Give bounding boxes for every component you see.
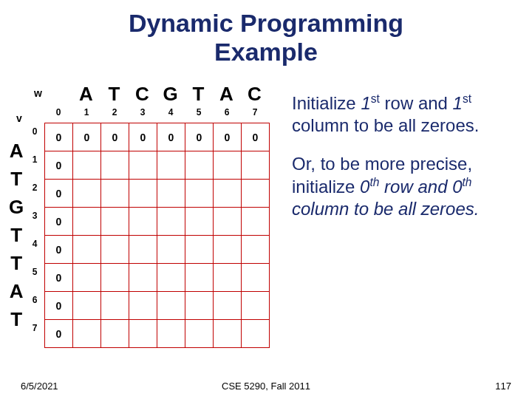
grid-cell: 0 (242, 123, 270, 151)
row-index: 1 (30, 152, 40, 180)
title-line-1: Dynamic Programming (129, 9, 403, 37)
col-index: 2 (100, 107, 129, 117)
grid-cell (185, 208, 214, 236)
grid-cell (214, 208, 242, 236)
grid-cell (73, 320, 101, 348)
w-letter: T (100, 83, 129, 106)
v-letter: G (9, 193, 24, 221)
text-run: row and (380, 93, 453, 113)
text-run: 0 (360, 177, 369, 197)
grid-cell (185, 292, 214, 320)
grid-cell: 0 (129, 123, 157, 151)
grid-cell (129, 208, 157, 236)
dp-grid-figure: w v A T C G T A C 0 1 2 3 4 5 6 7 A T G … (7, 81, 281, 355)
grid-cell (101, 292, 129, 320)
row-index: 4 (30, 236, 40, 265)
grid-cell (101, 180, 129, 208)
grid-cell (73, 292, 101, 320)
v-letter: T (9, 305, 24, 333)
grid-cell (101, 236, 129, 264)
grid-cell (214, 236, 242, 264)
grid-cell: 0 (214, 123, 242, 151)
grid-cell (157, 292, 185, 320)
table-row: 0 (45, 180, 270, 208)
grid-cell (157, 180, 185, 208)
grid-cell (157, 151, 185, 180)
col-index: 1 (72, 107, 100, 117)
footer-course: CSE 5290, Fall 2011 (0, 381, 532, 392)
grid-cell (214, 180, 242, 208)
w-letter: A (213, 83, 241, 106)
paragraph-2: Or, to be more precise, initialize 0th r… (292, 153, 521, 220)
grid-cell (101, 208, 129, 236)
row-indices: 0 1 2 3 4 5 6 7 (30, 124, 40, 349)
dp-grid: 000000000000000 (44, 123, 270, 348)
row-index: 3 (30, 208, 40, 236)
grid-cell (185, 180, 214, 208)
grid-cell (242, 264, 270, 292)
superscript: th (369, 176, 379, 188)
grid-cell (129, 180, 157, 208)
grid-cell (242, 292, 270, 320)
grid-cell: 0 (185, 123, 214, 151)
grid-cell (129, 151, 157, 180)
column-indices: 0 1 2 3 4 5 6 7 (44, 107, 269, 117)
w-axis-label: w (34, 87, 42, 99)
table-row: 0 (45, 208, 270, 236)
grid-cell (242, 320, 270, 348)
superscript: st (371, 92, 380, 105)
grid-cell (73, 208, 101, 236)
col-index: 0 (44, 107, 72, 117)
superscript: st (463, 92, 471, 105)
grid-cell: 0 (45, 208, 73, 236)
grid-cell: 0 (45, 292, 73, 320)
grid-cell (242, 208, 270, 236)
text-run: row and (379, 177, 452, 197)
footer-page-number: 117 (495, 381, 511, 392)
grid-cell (73, 151, 101, 180)
table-row: 0 (45, 292, 270, 320)
col-index: 6 (213, 107, 241, 117)
grid-cell (242, 236, 270, 264)
grid-cell (73, 180, 101, 208)
table-row: 0 (45, 151, 270, 180)
grid-cell (157, 208, 185, 236)
slide-content: w v A T C G T A C 0 1 2 3 4 5 6 7 A T G … (0, 81, 532, 362)
grid-cell (157, 236, 185, 264)
grid-cell (185, 236, 214, 264)
grid-cell (101, 320, 129, 348)
text-run: 1 (361, 93, 370, 113)
text-run: Initialize (292, 93, 361, 113)
row-index: 7 (30, 321, 40, 349)
grid-cell (242, 151, 270, 180)
table-row: 0 (45, 264, 270, 292)
v-letter: T (9, 221, 24, 249)
row-index: 5 (30, 265, 40, 293)
explanation-text: Initialize 1st row and 1st column to be … (292, 92, 521, 236)
grid-cell (214, 264, 242, 292)
grid-cell: 0 (73, 123, 101, 151)
text-run: 0 (452, 177, 462, 197)
v-letter: A (9, 277, 24, 305)
w-letter: C (241, 83, 269, 106)
slide-title: Dynamic Programming Example (0, 9, 532, 66)
table-row: 00000000 (45, 123, 270, 151)
grid-cell: 0 (45, 180, 73, 208)
v-sequence: A T G T T A T (9, 137, 24, 333)
grid-cell (101, 264, 129, 292)
paragraph-1: Initialize 1st row and 1st column to be … (292, 92, 521, 137)
text-run: column to be all zeroes. (292, 199, 479, 219)
v-letter: A (9, 137, 24, 165)
v-axis-label: v (16, 112, 22, 124)
w-letter: T (185, 83, 213, 106)
table-row: 0 (45, 236, 270, 264)
grid-cell (129, 264, 157, 292)
w-letter: A (72, 83, 100, 106)
col-index: 4 (157, 107, 185, 117)
text-run: column to be all zeroes. (292, 115, 479, 135)
grid-cell (185, 151, 214, 180)
v-letter: T (9, 165, 24, 193)
col-index: 7 (241, 107, 269, 117)
superscript: th (463, 176, 472, 188)
grid-cell (214, 151, 242, 180)
